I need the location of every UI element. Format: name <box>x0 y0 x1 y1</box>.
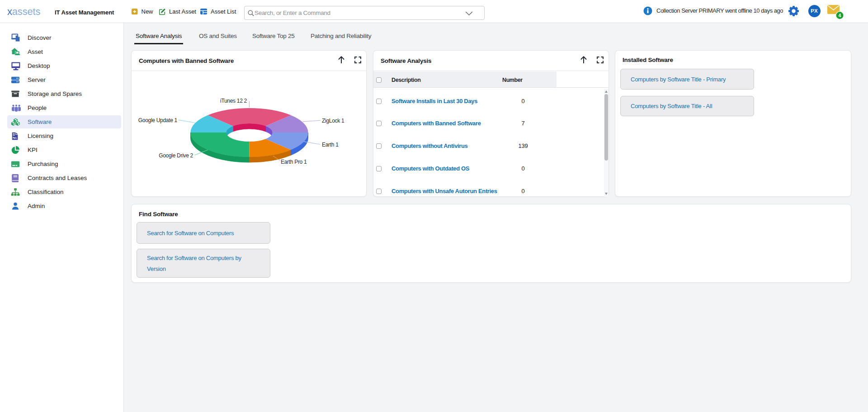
svg-text:4: 4 <box>839 13 841 18</box>
